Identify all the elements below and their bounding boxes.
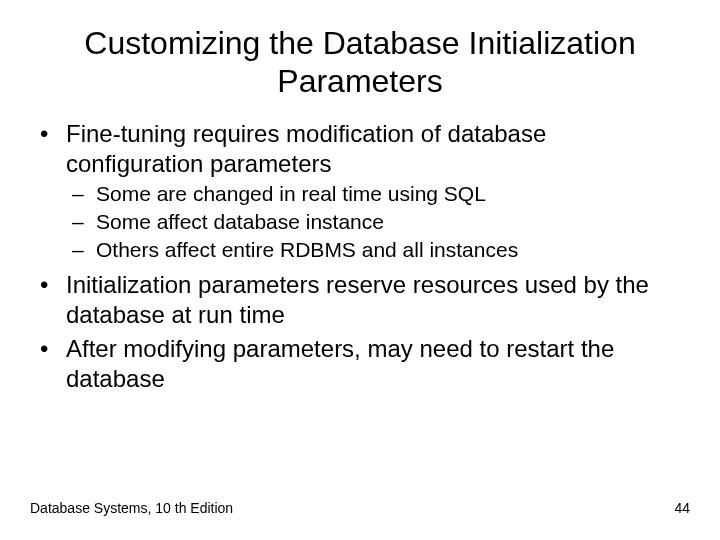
slide-number: 44: [674, 500, 690, 516]
slide: Customizing the Database Initialization …: [0, 0, 720, 540]
sub-bullet-text: Some affect database instance: [96, 210, 384, 233]
slide-footer: Database Systems, 10 th Edition 44: [0, 500, 720, 516]
bullet-text: Initialization parameters reserve resour…: [66, 271, 649, 328]
sub-bullet-text: Others affect entire RDBMS and all insta…: [96, 238, 518, 261]
bullet-text: After modifying parameters, may need to …: [66, 335, 614, 392]
list-item: Some affect database instance: [66, 209, 690, 235]
slide-content: Fine-tuning requires modification of dat…: [0, 111, 720, 394]
list-item: Fine-tuning requires modification of dat…: [30, 119, 690, 264]
bullet-text: Fine-tuning requires modification of dat…: [66, 120, 546, 177]
sub-bullet-text: Some are changed in real time using SQL: [96, 182, 486, 205]
footer-left: Database Systems, 10 th Edition: [30, 500, 233, 516]
list-item: Others affect entire RDBMS and all insta…: [66, 237, 690, 263]
list-item: Some are changed in real time using SQL: [66, 181, 690, 207]
list-item: After modifying parameters, may need to …: [30, 334, 690, 394]
list-item: Initialization parameters reserve resour…: [30, 270, 690, 330]
sub-bullet-list: Some are changed in real time using SQL …: [66, 181, 690, 264]
slide-title: Customizing the Database Initialization …: [0, 0, 720, 111]
bullet-list: Fine-tuning requires modification of dat…: [30, 119, 690, 394]
